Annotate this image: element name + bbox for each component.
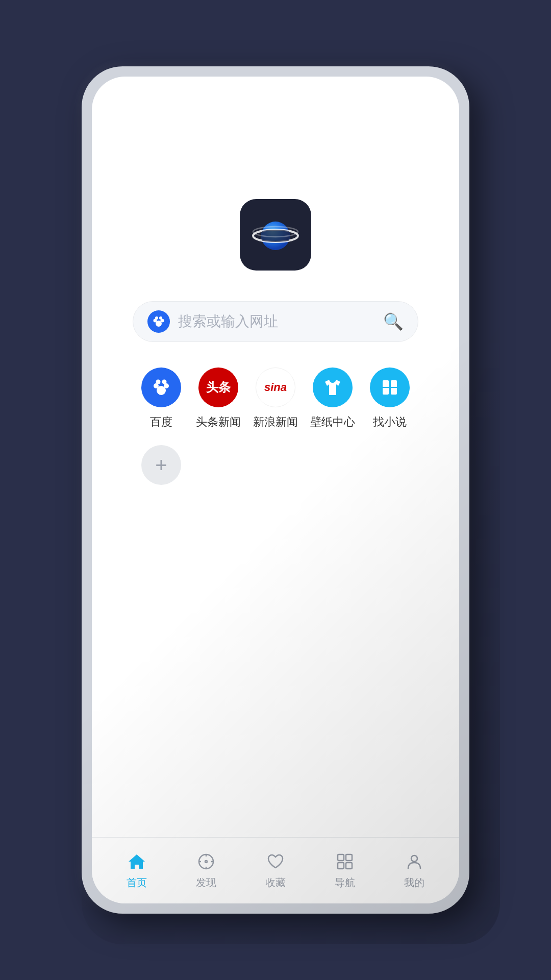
- nav-item-mine[interactable]: 我的: [404, 851, 424, 890]
- svg-point-20: [205, 861, 207, 863]
- phone-screen: 搜索或输入网址 🔍 百度: [92, 77, 459, 903]
- svg-rect-25: [338, 854, 344, 861]
- phone-frame: 搜索或输入网址 🔍 百度: [82, 66, 469, 914]
- quick-link-wallpaper[interactable]: 壁纸中心: [304, 368, 361, 430]
- nav-item-home[interactable]: 首页: [127, 851, 147, 890]
- toutiao-icon: 头条: [198, 368, 238, 407]
- svg-rect-27: [338, 863, 344, 869]
- nav-item-nav[interactable]: 导航: [335, 851, 355, 890]
- app-icon: [240, 199, 311, 271]
- svg-point-14: [162, 380, 167, 384]
- nav-label-favorites: 收藏: [265, 876, 286, 890]
- baidu-icon: [141, 368, 181, 407]
- wallpaper-icon: [313, 368, 353, 407]
- nav-label-mine: 我的: [404, 876, 424, 890]
- nav-label-discover: 发现: [196, 876, 216, 890]
- quick-links-grid: 百度 头条 头条新闻 sina 新浪新闻: [133, 368, 418, 507]
- quick-link-toutiao[interactable]: 头条 头条新闻: [190, 368, 247, 430]
- novel-icon: [370, 368, 410, 407]
- add-button[interactable]: +: [141, 445, 181, 485]
- quick-link-baidu[interactable]: 百度: [133, 368, 190, 430]
- add-quick-link-item[interactable]: +: [133, 445, 190, 492]
- toutiao-label: 头条新闻: [196, 414, 241, 430]
- wallpaper-label: 壁纸中心: [310, 414, 355, 430]
- app-icon-wrapper: [240, 199, 311, 271]
- search-placeholder-text: 搜索或输入网址: [178, 312, 383, 331]
- svg-point-12: [164, 383, 169, 388]
- bottom-navigation: 首页 发现 收藏: [92, 837, 459, 903]
- sina-icon: sina: [256, 368, 295, 407]
- svg-point-13: [156, 380, 161, 384]
- svg-rect-26: [346, 854, 352, 861]
- nav-label-home: 首页: [127, 876, 147, 890]
- quick-link-novel[interactable]: 找小说: [361, 368, 418, 430]
- add-plus-icon: +: [155, 455, 167, 475]
- baidu-logo-icon: [147, 310, 170, 333]
- content-area: 搜索或输入网址 🔍 百度: [92, 77, 459, 837]
- svg-point-9: [159, 316, 162, 320]
- quick-link-sina[interactable]: sina 新浪新闻: [247, 368, 304, 430]
- svg-point-29: [411, 855, 417, 862]
- svg-point-8: [155, 316, 158, 320]
- nav-label-nav: 导航: [335, 876, 355, 890]
- nav-item-favorites[interactable]: 收藏: [265, 851, 286, 890]
- svg-point-19: [199, 854, 213, 869]
- nav-item-discover[interactable]: 发现: [196, 851, 216, 890]
- svg-point-11: [154, 383, 159, 388]
- baidu-label: 百度: [150, 414, 172, 430]
- svg-rect-28: [346, 863, 352, 869]
- sina-label: 新浪新闻: [253, 414, 298, 430]
- search-magnifier-icon: 🔍: [383, 312, 404, 331]
- novel-label: 找小说: [373, 414, 407, 430]
- search-bar[interactable]: 搜索或输入网址 🔍: [133, 301, 418, 342]
